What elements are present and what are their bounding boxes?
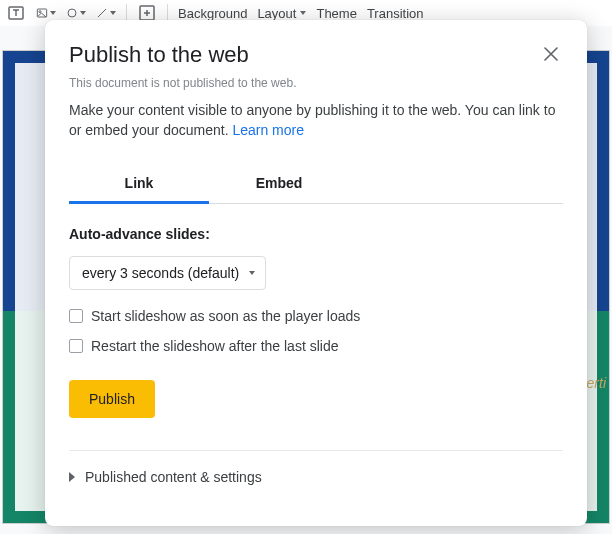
published-content-settings-toggle[interactable]: Published content & settings [69, 469, 563, 493]
publish-tabs: Link Embed [69, 167, 563, 204]
dialog-description: Make your content visible to anyone by p… [69, 100, 563, 141]
auto-advance-label: Auto-advance slides: [69, 226, 563, 242]
caret-down-icon [249, 271, 255, 275]
checkbox-start-slideshow[interactable]: Start slideshow as soon as the player lo… [69, 308, 563, 324]
checkbox-start-label: Start slideshow as soon as the player lo… [91, 308, 360, 324]
learn-more-link[interactable]: Learn more [232, 122, 304, 138]
tab-link[interactable]: Link [69, 167, 209, 204]
dialog-title: Publish to the web [69, 42, 249, 68]
triangle-right-icon [69, 472, 75, 482]
publish-button[interactable]: Publish [69, 380, 155, 418]
publish-status: This document is not published to the we… [69, 76, 563, 90]
close-button[interactable] [539, 42, 563, 66]
close-icon [544, 47, 558, 61]
checkbox-icon [69, 309, 83, 323]
checkbox-restart-label: Restart the slideshow after the last sli… [91, 338, 338, 354]
checkbox-icon [69, 339, 83, 353]
expand-section-label: Published content & settings [85, 469, 262, 485]
section-divider [69, 450, 563, 451]
tab-embed[interactable]: Embed [209, 167, 349, 203]
auto-advance-select[interactable]: every 3 seconds (default) [69, 256, 266, 290]
auto-advance-value: every 3 seconds (default) [82, 265, 239, 281]
publish-to-web-dialog: Publish to the web This document is not … [45, 20, 587, 526]
checkbox-restart-slideshow[interactable]: Restart the slideshow after the last sli… [69, 338, 563, 354]
